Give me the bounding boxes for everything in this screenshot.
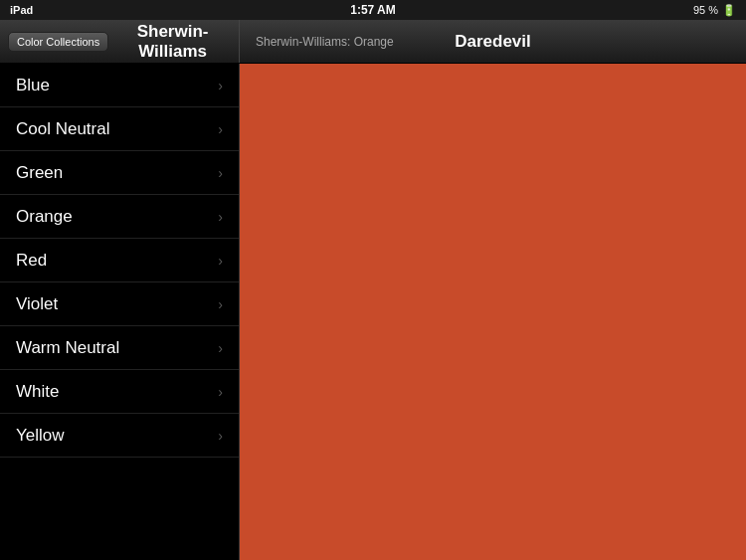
color-swatch — [240, 64, 746, 560]
status-bar: iPad 1:57 AM 95 % 🔋 — [0, 0, 746, 20]
sidebar-item[interactable]: Green› — [0, 151, 239, 195]
sidebar-item-label: Yellow — [16, 426, 65, 446]
detail-panel — [240, 64, 746, 560]
sidebar-item[interactable]: Violet› — [0, 282, 239, 326]
navigation-bar: Color Collections Sherwin-Williams Sherw… — [0, 20, 746, 64]
sidebar-item-label: Green — [16, 163, 63, 183]
sidebar-item-label: Red — [16, 251, 47, 271]
chevron-right-icon: › — [218, 121, 223, 137]
chevron-right-icon: › — [218, 209, 223, 225]
time-display: 1:57 AM — [350, 3, 396, 17]
sidebar-item-label: Orange — [16, 207, 73, 227]
nav-right-section: Sherwin-Williams: Orange Daredevil — [240, 20, 746, 63]
sidebar-item[interactable]: Blue› — [0, 64, 239, 107]
sidebar-item-label: Warm Neutral — [16, 338, 119, 358]
sidebar-item[interactable]: White› — [0, 370, 239, 414]
chevron-right-icon: › — [218, 78, 223, 93]
battery-indicator: 95 % 🔋 — [693, 4, 736, 17]
sidebar-item-label: Blue — [16, 76, 50, 95]
nav-subtitle: Sherwin-Williams: Orange — [256, 35, 394, 49]
battery-label: 95 % — [693, 4, 718, 16]
sidebar-item-label: Cool Neutral — [16, 119, 110, 139]
chevron-right-icon: › — [218, 428, 223, 444]
chevron-right-icon: › — [218, 384, 223, 400]
sidebar-item-label: Violet — [16, 294, 58, 314]
chevron-right-icon: › — [218, 253, 223, 269]
sidebar: Blue›Cool Neutral›Green›Orange›Red›Viole… — [0, 64, 240, 560]
nav-left-title: Sherwin-Williams — [114, 22, 231, 62]
sidebar-item[interactable]: Orange› — [0, 195, 239, 239]
sidebar-item[interactable]: Yellow› — [0, 414, 239, 458]
sidebar-item-label: White — [16, 382, 59, 402]
back-button[interactable]: Color Collections — [8, 32, 108, 52]
nav-left-section: Color Collections Sherwin-Williams — [0, 20, 240, 63]
device-label: iPad — [10, 4, 33, 16]
sidebar-item[interactable]: Red› — [0, 239, 239, 282]
battery-icon: 🔋 — [722, 4, 736, 17]
chevron-right-icon: › — [218, 296, 223, 312]
sidebar-item[interactable]: Cool Neutral› — [0, 107, 239, 151]
main-content: Blue›Cool Neutral›Green›Orange›Red›Viole… — [0, 64, 746, 560]
chevron-right-icon: › — [218, 165, 223, 181]
sidebar-item[interactable]: Warm Neutral› — [0, 326, 239, 370]
chevron-right-icon: › — [218, 340, 223, 356]
